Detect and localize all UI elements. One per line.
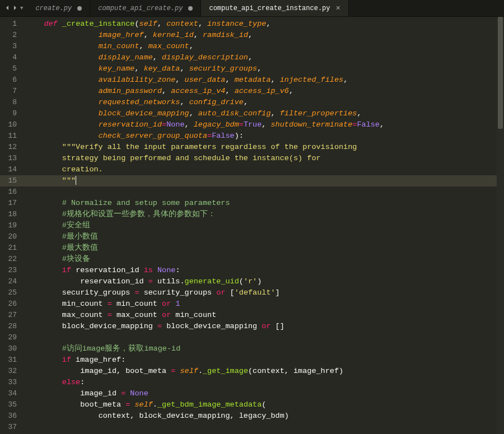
line-number: 28 — [0, 321, 26, 332]
nav-arrows: ▼ — [0, 0, 27, 16]
nav-forward-icon[interactable] — [12, 4, 18, 13]
line-number: 5 — [0, 63, 26, 74]
code-line[interactable]: image_href, kernel_id, ramdisk_id, — [26, 30, 504, 41]
line-number: 32 — [0, 366, 26, 377]
line-number: 30 — [0, 343, 26, 354]
line-number: 2 — [0, 30, 26, 41]
code-line[interactable]: requested_networks, config_drive, — [26, 97, 504, 108]
tab-label: create.py — [35, 4, 72, 12]
line-number: 6 — [0, 74, 26, 86]
code-line[interactable]: creation. — [26, 164, 504, 175]
line-number: 4 — [0, 52, 26, 63]
line-number: 24 — [0, 276, 26, 287]
code-line[interactable]: key_name, key_data, security_groups, — [26, 63, 504, 74]
code-line[interactable]: # Normalize and setup some parameters — [26, 198, 504, 209]
nav-dropdown-icon[interactable]: ▼ — [20, 6, 23, 11]
code-line[interactable]: """Verify all the input parameters regar… — [26, 142, 504, 153]
tab-create-py[interactable]: create.py — [27, 0, 90, 16]
code-line[interactable]: reservation_id=None, legacy_bdm=True, sh… — [26, 119, 504, 130]
line-number: 7 — [0, 86, 26, 97]
line-number: 14 — [0, 164, 26, 175]
scrollbar[interactable] — [497, 17, 504, 434]
code-line[interactable]: availability_zone, user_data, metadata, … — [26, 74, 504, 86]
line-number: 26 — [0, 298, 26, 310]
tab-label: compute_api_create_instance.py — [209, 4, 330, 12]
code-line[interactable] — [26, 186, 504, 198]
editor: 1234567891011121314151617181920212223242… — [0, 17, 504, 434]
code-line[interactable]: admin_password, access_ip_v4, access_ip_… — [26, 86, 504, 97]
line-number: 1 — [0, 18, 26, 30]
tab-label: compute_api_create.py — [98, 4, 183, 12]
line-number: 34 — [0, 388, 26, 399]
code-line[interactable]: min_count = min_count or 1 — [26, 298, 504, 310]
line-number: 36 — [0, 410, 26, 422]
line-number: 21 — [0, 242, 26, 254]
line-gutter: 1234567891011121314151617181920212223242… — [0, 17, 26, 434]
tab-compute_api_create_instance-py[interactable]: compute_api_create_instance.py× — [201, 0, 348, 16]
line-number: 9 — [0, 108, 26, 119]
line-number: 29 — [0, 332, 26, 343]
code-line[interactable]: #访问image服务，获取image-id — [26, 343, 504, 354]
line-number: 31 — [0, 354, 26, 366]
line-number: 12 — [0, 142, 26, 153]
nav-back-icon[interactable] — [4, 4, 10, 13]
line-number: 33 — [0, 377, 26, 388]
code-line[interactable]: """ — [26, 175, 504, 186]
line-number: 35 — [0, 399, 26, 410]
code-line[interactable]: if image_href: — [26, 354, 504, 366]
line-number: 25 — [0, 287, 26, 298]
code-line[interactable]: image_id = None — [26, 388, 504, 399]
line-number: 17 — [0, 198, 26, 209]
modified-dot-icon — [188, 6, 193, 11]
code-line[interactable]: block_device_mapping = block_device_mapp… — [26, 321, 504, 332]
line-number: 27 — [0, 310, 26, 321]
line-number: 8 — [0, 97, 26, 108]
scrollbar-thumb[interactable] — [498, 17, 503, 129]
code-line[interactable]: #块设备 — [26, 254, 504, 265]
tab-compute_api_create-py[interactable]: compute_api_create.py — [90, 0, 201, 16]
code-line[interactable]: context, block_device_mapping, legacy_bd… — [26, 410, 504, 422]
line-number: 11 — [0, 130, 26, 142]
code-line[interactable]: #安全组 — [26, 220, 504, 231]
line-number: 22 — [0, 254, 26, 265]
code-line[interactable]: #最小数值 — [26, 231, 504, 242]
code-line[interactable]: security_groups = security_groups or ['d… — [26, 287, 504, 298]
code-line[interactable]: max_count = max_count or min_count — [26, 310, 504, 321]
code-line[interactable]: reservation_id = utils.generate_uid('r') — [26, 276, 504, 287]
code-line[interactable]: else: — [26, 377, 504, 388]
line-number: 16 — [0, 186, 26, 198]
code-line[interactable] — [26, 332, 504, 343]
code-line[interactable]: if reservation_id is None: — [26, 265, 504, 276]
code-line[interactable]: check_server_group_quota=False): — [26, 130, 504, 142]
line-number: 15 — [0, 175, 26, 186]
code-area[interactable]: def _create_instance(self, context, inst… — [26, 17, 504, 434]
tab-bar: ▼ create.pycompute_api_create.pycompute_… — [0, 0, 504, 17]
code-line[interactable]: image_id, boot_meta = self._get_image(co… — [26, 366, 504, 377]
line-number: 3 — [0, 41, 26, 52]
line-number: 37 — [0, 422, 26, 433]
line-number: 13 — [0, 153, 26, 164]
line-number: 19 — [0, 220, 26, 231]
code-line[interactable]: #规格化和设置一些参数，具体的参数如下： — [26, 209, 504, 220]
close-icon[interactable]: × — [336, 4, 340, 13]
line-number: 23 — [0, 265, 26, 276]
code-line[interactable]: def _create_instance(self, context, inst… — [26, 18, 504, 30]
code-line[interactable]: strategy being performed and schedule th… — [26, 153, 504, 164]
line-number: 18 — [0, 209, 26, 220]
line-number: 20 — [0, 231, 26, 242]
modified-dot-icon — [77, 6, 82, 11]
code-line[interactable]: display_name, display_description, — [26, 52, 504, 63]
code-line[interactable]: block_device_mapping, auto_disk_config, … — [26, 108, 504, 119]
line-number: 10 — [0, 119, 26, 130]
code-line[interactable]: min_count, max_count, — [26, 41, 504, 52]
code-line[interactable]: #最大数值 — [26, 242, 504, 254]
code-line[interactable] — [26, 422, 504, 433]
code-line[interactable]: boot_meta = self._get_bdm_image_metadata… — [26, 399, 504, 410]
